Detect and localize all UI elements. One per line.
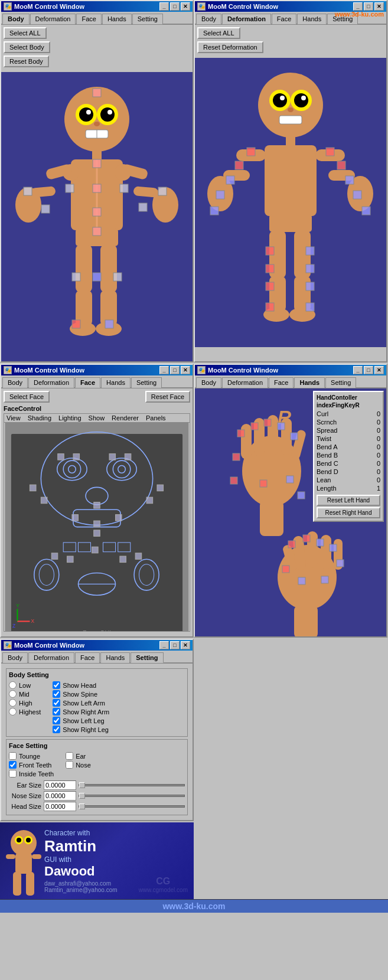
hand-param-curl: Curl 0: [317, 410, 380, 418]
tab-setting-1[interactable]: Setting: [132, 14, 163, 24]
minimize-btn-5[interactable]: _: [159, 641, 169, 649]
tab-hands-1[interactable]: Hands: [102, 14, 132, 24]
svg-rect-23: [76, 245, 92, 292]
slider-head-size-track[interactable]: [79, 805, 185, 808]
close-btn-4[interactable]: ✕: [374, 366, 384, 374]
select-face-btn[interactable]: Select Face: [4, 391, 50, 403]
tab-body-3[interactable]: Body: [2, 377, 28, 388]
radio-highest-label: Highest: [19, 708, 41, 716]
reset-left-hand-btn[interactable]: Reset Left Hand: [317, 495, 380, 506]
slider-ear-size-input[interactable]: [44, 780, 76, 790]
slider-head-size-thumb[interactable]: [79, 803, 85, 809]
tab-face-4[interactable]: Face: [269, 377, 294, 388]
tab-deformation-2[interactable]: Deformation: [222, 14, 271, 24]
svg-point-173: [26, 838, 31, 842]
check-show-spine-input[interactable]: [53, 690, 60, 698]
svg-point-46: [258, 73, 323, 138]
tab-body-2[interactable]: Body: [196, 14, 221, 24]
minimize-btn-1[interactable]: _: [159, 2, 169, 11]
select-all-btn-2[interactable]: Select ALL: [197, 27, 240, 39]
close-btn-3[interactable]: ✕: [181, 366, 190, 374]
check-show-left-arm-input[interactable]: [53, 699, 60, 707]
check-tounge-label: Tounge: [19, 753, 40, 760]
menu-show[interactable]: Show: [87, 414, 106, 422]
tab-deformation-3[interactable]: Deformation: [28, 377, 74, 388]
tab-body-4[interactable]: Body: [196, 377, 221, 388]
tab-face-1[interactable]: Face: [76, 14, 101, 24]
svg-rect-81: [266, 247, 274, 255]
tab-setting-4[interactable]: Setting: [325, 377, 356, 388]
slider-nose-size-input[interactable]: [44, 791, 76, 801]
tab-body-5[interactable]: Body: [2, 652, 28, 663]
close-btn-1[interactable]: ✕: [181, 2, 190, 11]
slider-nose-size-thumb[interactable]: [79, 793, 85, 799]
slider-head-size-input[interactable]: [44, 802, 76, 811]
tab-setting-5[interactable]: Setting: [131, 652, 163, 663]
minimize-btn-3[interactable]: _: [159, 366, 169, 374]
svg-rect-163: [317, 539, 324, 546]
radio-low-input[interactable]: [9, 681, 17, 689]
tab-face-3[interactable]: Face: [75, 377, 100, 388]
title-bar-5: 🎭 MooM Control Window _ □ ✕: [1, 640, 193, 651]
window1-content: Select ALL Select Body Reset Body: [1, 25, 193, 72]
radio-high-input[interactable]: [9, 699, 17, 707]
check-inside-teeth-input[interactable]: [9, 770, 17, 778]
svg-rect-150: [294, 606, 318, 636]
maximize-btn-3[interactable]: □: [170, 366, 180, 374]
slider-ear-size-thumb[interactable]: [79, 782, 85, 788]
check-nose-input[interactable]: [66, 761, 73, 769]
reset-right-hand-btn[interactable]: Reset Right Hand: [317, 507, 380, 518]
menu-shading[interactable]: Shading: [27, 414, 53, 422]
menu-view[interactable]: View: [5, 414, 22, 422]
close-btn-2[interactable]: ✕: [374, 2, 384, 11]
radio-mid-input[interactable]: [9, 690, 17, 698]
tab-hands-3[interactable]: Hands: [101, 377, 131, 388]
menu-renderer[interactable]: Renderer: [110, 414, 140, 422]
tab-body-1[interactable]: Body: [2, 14, 30, 24]
window-title-5: MooM Control Window: [14, 642, 84, 649]
svg-rect-84: [266, 303, 274, 311]
svg-rect-32: [93, 227, 101, 236]
menu-lighting[interactable]: Lighting: [57, 414, 83, 422]
select-all-btn-1[interactable]: Select ALL: [4, 27, 47, 39]
svg-rect-38: [158, 187, 167, 195]
tab-deformation-5[interactable]: Deformation: [28, 652, 74, 663]
menu-panels[interactable]: Panels: [145, 414, 167, 422]
tab-bar-5: Body Deformation Face Hands Setting: [1, 651, 193, 664]
check-ear-input[interactable]: [66, 752, 73, 760]
check-show-right-leg-input[interactable]: [53, 726, 60, 733]
maximize-btn-2[interactable]: □: [364, 2, 373, 11]
svg-rect-85: [306, 247, 314, 255]
slider-ear-size-track[interactable]: [79, 784, 185, 786]
reset-body-btn[interactable]: Reset Body: [4, 55, 49, 67]
maximize-btn-1[interactable]: □: [170, 2, 180, 11]
reset-face-btn[interactable]: Reset Face: [145, 391, 190, 403]
check-tounge-input[interactable]: [9, 752, 17, 760]
svg-rect-122: [135, 553, 142, 560]
reset-deformation-btn[interactable]: Reset Deformation: [197, 41, 263, 53]
check-show-head-input[interactable]: [53, 681, 60, 689]
tab-hands-2[interactable]: Hands: [297, 14, 327, 24]
select-body-btn[interactable]: Select Body: [4, 41, 50, 53]
tab-hands-4[interactable]: Hands: [294, 377, 325, 388]
slider-nose-size-track[interactable]: [79, 795, 185, 797]
check-show-right-arm-input[interactable]: [53, 708, 60, 716]
maximize-btn-4[interactable]: □: [364, 366, 373, 374]
minimize-btn-2[interactable]: _: [353, 2, 363, 11]
maximize-btn-5[interactable]: □: [170, 641, 180, 649]
check-show-left-leg-input[interactable]: [53, 717, 60, 724]
tab-hands-5[interactable]: Hands: [100, 652, 130, 663]
tab-deformation-4[interactable]: Deformation: [222, 377, 268, 388]
tab-deformation-1[interactable]: Deformation: [30, 14, 76, 24]
minimize-btn-4[interactable]: _: [353, 366, 363, 374]
face-viewport: View Shading Lighting Show Renderer Pane…: [4, 413, 190, 632]
close-btn-5[interactable]: ✕: [181, 641, 190, 649]
window-title-3: MooM Control Window: [14, 367, 84, 374]
tab-face-2[interactable]: Face: [272, 14, 296, 24]
hand-param-scrnch: Scrnch 0: [317, 418, 380, 426]
svg-rect-72: [235, 161, 243, 169]
tab-face-5[interactable]: Face: [75, 652, 100, 663]
tab-setting-3[interactable]: Setting: [131, 377, 162, 388]
radio-highest-input[interactable]: [9, 708, 17, 716]
check-front-teeth-input[interactable]: [9, 761, 17, 769]
